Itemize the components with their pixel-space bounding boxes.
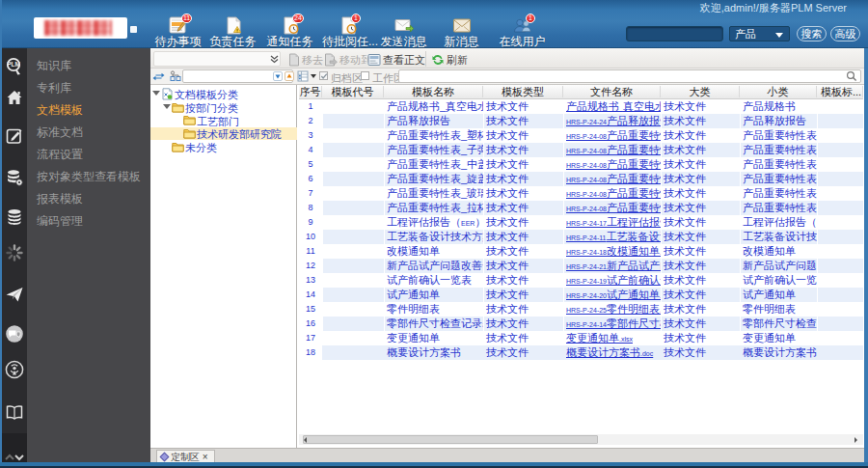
svg-text:PLM: PLM <box>7 61 20 68</box>
